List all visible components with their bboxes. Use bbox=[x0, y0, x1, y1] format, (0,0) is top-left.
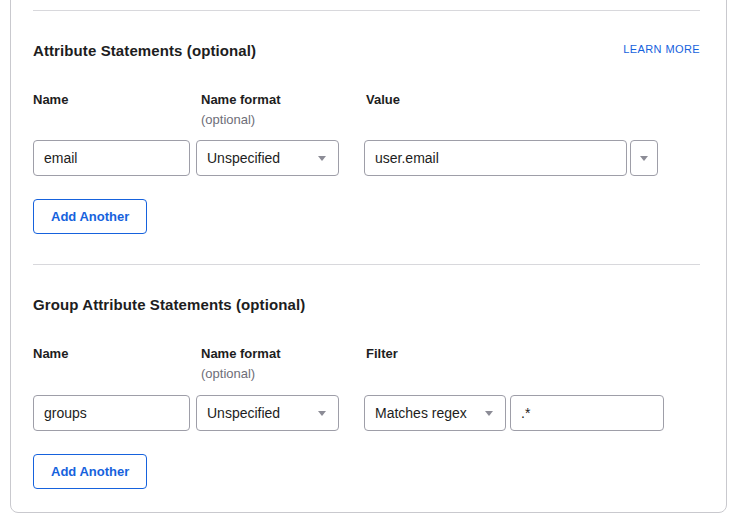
learn-more-link[interactable]: LEARN MORE bbox=[623, 43, 700, 55]
column-header-name-format: Name format bbox=[201, 92, 280, 107]
settings-card bbox=[10, 0, 727, 513]
section-divider-middle bbox=[33, 264, 700, 265]
group-filter-type-value: Matches regex bbox=[375, 405, 467, 421]
column-header-name: Name bbox=[33, 346, 68, 361]
column-header-filter: Filter bbox=[366, 346, 398, 361]
attribute-name-format-select[interactable]: Unspecified bbox=[196, 140, 339, 176]
chevron-down-icon bbox=[318, 411, 326, 416]
page: Attribute Statements (optional) LEARN MO… bbox=[0, 0, 737, 530]
attribute-name-format-value: Unspecified bbox=[207, 150, 280, 166]
group-name-format-value: Unspecified bbox=[207, 405, 280, 421]
add-another-attribute-button[interactable]: Add Another bbox=[33, 199, 147, 234]
group-attribute-statements-title: Group Attribute Statements (optional) bbox=[33, 296, 305, 313]
attribute-statements-title: Attribute Statements (optional) bbox=[33, 42, 256, 59]
group-filter-type-select[interactable]: Matches regex bbox=[364, 395, 506, 431]
column-header-name-format-note: (optional) bbox=[201, 112, 255, 127]
attribute-value-input[interactable] bbox=[364, 140, 627, 176]
column-header-name-format-note: (optional) bbox=[201, 366, 255, 381]
group-name-format-select[interactable]: Unspecified bbox=[196, 395, 339, 431]
section-divider-top bbox=[33, 10, 700, 11]
attribute-value-dropdown-button[interactable] bbox=[630, 140, 658, 176]
add-another-group-attribute-button[interactable]: Add Another bbox=[33, 454, 147, 489]
chevron-down-icon bbox=[640, 156, 648, 161]
column-header-value: Value bbox=[366, 92, 400, 107]
column-header-name-format: Name format bbox=[201, 346, 280, 361]
column-header-name: Name bbox=[33, 92, 68, 107]
chevron-down-icon bbox=[318, 156, 326, 161]
group-name-input[interactable] bbox=[33, 395, 190, 431]
chevron-down-icon bbox=[485, 411, 493, 416]
attribute-name-input[interactable] bbox=[33, 140, 190, 176]
group-filter-value-input[interactable] bbox=[510, 395, 664, 431]
